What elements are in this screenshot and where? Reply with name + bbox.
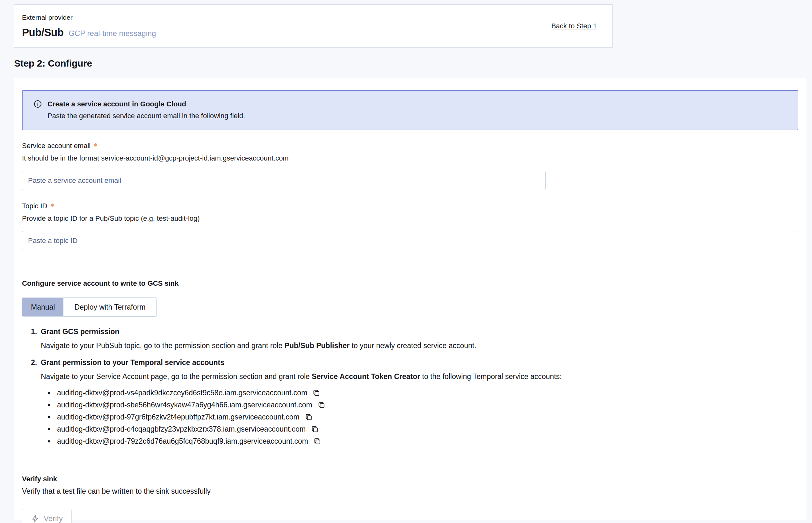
topic-id-label-row: Topic ID — [22, 202, 798, 210]
role-name: Pub/Sub Publisher — [285, 341, 350, 350]
step-text-before: Navigate to your PubSub topic, go to the… — [41, 341, 285, 350]
list-item: auditlog-dktxv@prod-79z2c6d76au6g5fcq768… — [48, 435, 798, 447]
service-account-email-label-row: Service account email — [22, 142, 798, 150]
verify-sink-title: Verify sink — [22, 475, 798, 483]
service-account-email: auditlog-dktxv@prod-c4cqaqgbfzy23vpzkbxz… — [57, 425, 306, 433]
list-item: auditlog-dktxv@prod-vs4padk9dkczcey6d6st… — [48, 387, 798, 399]
step-text-after: to your newly created service account. — [350, 341, 476, 350]
copy-button[interactable] — [310, 425, 319, 434]
copy-icon — [311, 425, 319, 433]
copy-icon — [312, 389, 320, 397]
required-indicator — [94, 143, 97, 146]
bullet — [48, 416, 50, 418]
info-banner-title-row: Create a service account in Google Cloud — [33, 100, 788, 108]
step-grant-temporal-permission: 2. Grant permission to your Temporal ser… — [31, 358, 798, 447]
step-title: Grant GCS permission — [41, 327, 798, 336]
copy-button[interactable] — [317, 400, 326, 410]
service-account-email: auditlog-dktxv@prod-vs4padk9dkczcey6d6st… — [57, 389, 307, 397]
step-instructions: Navigate to your Service Account page, g… — [41, 372, 798, 382]
copy-icon — [313, 437, 321, 445]
tab-deploy-with-terraform[interactable]: Deploy with Terraform — [64, 298, 156, 316]
service-account-email-field: Service account email It should be in th… — [22, 142, 798, 190]
divider — [22, 462, 798, 462]
step-number: 2. — [31, 358, 41, 447]
step-text-after: to the following Temporal service accoun… — [420, 372, 562, 381]
service-account-email: auditlog-dktxv@prod-79z2c6d76au6g5fcq768… — [57, 437, 308, 446]
provider-description: GCP real-time messaging — [69, 29, 156, 38]
verify-button-label: Verify — [44, 514, 63, 523]
manual-steps: 1. Grant GCS permission Navigate to your… — [22, 327, 798, 447]
list-item: auditlog-dktxv@prod-c4cqaqgbfzy23vpzkbxz… — [48, 423, 798, 435]
list-item: auditlog-dktxv@prod-97gr6tp6zkv2t4epubff… — [48, 411, 798, 423]
required-indicator — [51, 203, 54, 207]
provider-meta: External provider Pub/Sub GCP real-time … — [22, 14, 156, 38]
provider-label: External provider — [22, 14, 156, 21]
info-banner-subtitle: Paste the generated service account emai… — [33, 112, 788, 120]
topic-id-label: Topic ID — [22, 202, 47, 210]
deploy-method-tabs: Manual Deploy with Terraform — [22, 297, 157, 317]
bullet — [48, 392, 50, 394]
topic-id-helper: Provide a topic ID for a Pub/Sub topic (… — [22, 214, 798, 223]
divider — [22, 266, 798, 266]
list-item: auditlog-dktxv@prod-sbe56h6wr4sykaw47a6y… — [48, 399, 798, 411]
configure-section-title: Configure service account to write to GC… — [22, 279, 798, 288]
topic-id-input[interactable] — [22, 231, 798, 250]
service-account-email-label: Service account email — [22, 142, 90, 150]
step-instructions: Navigate to your PubSub topic, go to the… — [41, 341, 798, 351]
copy-icon — [317, 401, 325, 409]
service-accounts-list: auditlog-dktxv@prod-vs4padk9dkczcey6d6st… — [41, 387, 798, 447]
bullet — [48, 428, 50, 430]
role-name: Service Account Token Creator — [312, 372, 420, 381]
bullet — [48, 440, 50, 443]
bullet — [48, 404, 50, 406]
service-account-email-input[interactable] — [22, 171, 546, 190]
copy-button[interactable] — [313, 437, 322, 446]
verify-button[interactable]: Verify — [22, 509, 72, 523]
page: External provider Pub/Sub GCP real-time … — [0, 0, 812, 523]
service-account-email-helper: It should be in the format service-accou… — [22, 154, 798, 162]
back-to-step-1-link[interactable]: Back to Step 1 — [551, 22, 597, 30]
info-banner-title: Create a service account in Google Cloud — [48, 100, 186, 108]
zap-icon — [31, 515, 39, 523]
info-banner: Create a service account in Google Cloud… — [22, 90, 798, 130]
copy-icon — [305, 413, 313, 421]
provider-name: Pub/Sub — [22, 26, 64, 38]
provider-title-row: Pub/Sub GCP real-time messaging — [22, 26, 156, 38]
copy-button[interactable] — [312, 388, 321, 397]
step-text-before: Navigate to your Service Account page, g… — [41, 372, 312, 381]
service-account-email: auditlog-dktxv@prod-97gr6tp6zkv2t4epubff… — [57, 413, 300, 421]
topic-id-field: Topic ID Provide a topic ID for a Pub/Su… — [22, 202, 798, 250]
step-grant-gcs-permission: 1. Grant GCS permission Navigate to your… — [31, 327, 798, 356]
configure-card: Create a service account in Google Cloud… — [14, 78, 806, 520]
info-icon — [33, 100, 42, 108]
service-account-email: auditlog-dktxv@prod-sbe56h6wr4sykaw47a6y… — [57, 401, 312, 409]
step-number: 1. — [31, 327, 41, 356]
verify-sink-subtitle: Verify that a test file can be written t… — [22, 487, 798, 495]
provider-card: External provider Pub/Sub GCP real-time … — [14, 4, 613, 48]
copy-button[interactable] — [304, 413, 313, 422]
tab-manual[interactable]: Manual — [22, 298, 64, 316]
step-title: Grant permission to your Temporal servic… — [41, 358, 798, 367]
page-title: Step 2: Configure — [14, 58, 92, 69]
